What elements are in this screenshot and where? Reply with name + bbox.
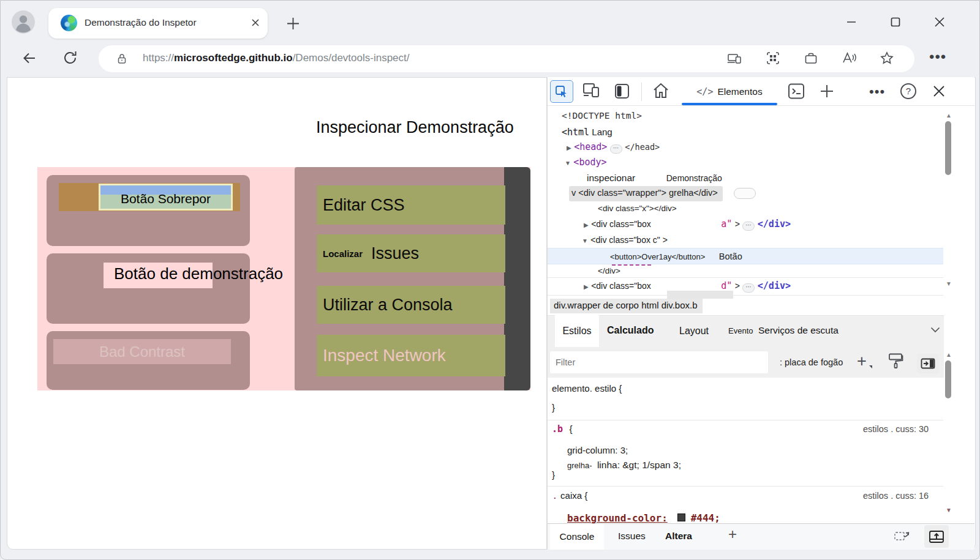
drawer-add-tab-icon[interactable]: + — [728, 526, 737, 543]
rule-divider — [548, 420, 943, 420]
caixa-selector: caixa { — [560, 490, 587, 501]
chevron-down-icon[interactable] — [930, 327, 940, 333]
tab-event-listeners[interactable]: Evento Serviços de escuta — [728, 325, 839, 336]
restart-icon[interactable] — [894, 527, 912, 543]
more-tools-icon[interactable]: ••• — [869, 84, 885, 100]
tab-close-icon[interactable] — [251, 18, 260, 28]
device-emulation-icon[interactable] — [582, 82, 601, 100]
head-close: </head> — [625, 142, 660, 152]
use-console-button[interactable]: Utilizar a Consola — [317, 286, 505, 324]
drawer-tab-changes[interactable]: Altera — [665, 531, 692, 542]
tab-layout[interactable]: Layout — [679, 326, 709, 337]
lock-icon — [117, 53, 127, 64]
edge-logo-icon — [61, 15, 77, 31]
dom-head[interactable]: ▶ <head> ⋯ </head> — [567, 141, 660, 154]
expand-icon[interactable]: ▶ — [584, 283, 589, 290]
new-tab-icon[interactable] — [286, 17, 300, 31]
box-d-attr: d" — [721, 280, 732, 291]
dom-close-div[interactable]: </div> — [598, 266, 620, 275]
tab-title: Demonstração do Inspetor — [85, 17, 197, 28]
sources-console-icon[interactable] — [787, 83, 805, 100]
dom-box-c[interactable]: ▼ <div class="box c" > — [582, 234, 668, 245]
prop-grid-column[interactable]: grid-column: 3; — [567, 445, 628, 455]
b-stylesheet-link[interactable]: estilos . cuss: 30 — [863, 424, 929, 434]
scroll-up-icon[interactable]: ▲ — [946, 113, 952, 119]
dom-button-node[interactable]: <button>Over1ay</button> Botão — [610, 251, 742, 262]
caixa-stylesheet-link[interactable]: estilos . cuss: 16 — [863, 491, 929, 501]
grid-badge[interactable] — [734, 188, 756, 199]
dom-x-div[interactable]: <div class="x"></div> — [598, 204, 677, 213]
dom-html[interactable]: <html Lang — [562, 127, 612, 138]
expand-icon[interactable]: ▶ — [567, 144, 571, 151]
edit-css-button[interactable]: Editar CSS — [317, 185, 505, 225]
expand-drawer-icon[interactable] — [924, 525, 949, 548]
close-icon[interactable] — [933, 15, 946, 29]
dom-selected-row[interactable] — [548, 248, 943, 264]
rule-caixa[interactable]: . caixa { — [554, 490, 587, 501]
b-selector: .b — [552, 424, 563, 435]
browser-tab[interactable]: Demonstração do Inspetor — [48, 8, 268, 39]
tab-elements[interactable]: </> Elementos — [682, 78, 777, 105]
wrapper-line: v <div class="wrapper"> grelha</div> — [571, 188, 718, 198]
avatar[interactable] — [12, 10, 35, 34]
url-bar[interactable]: https://microsoftedge.github.io/Demos/de… — [99, 45, 914, 72]
dom-box-a[interactable]: ▶ <div class="box a" > ⋯ </div> — [584, 218, 791, 231]
prop-grid-row-small: grelha- — [567, 461, 592, 470]
prop-grid-row[interactable]: grelha- linha: &gt; 1/span 3; — [567, 460, 681, 471]
filter-input[interactable] — [550, 351, 768, 373]
new-style-rule-icon[interactable]: + — [857, 352, 867, 371]
color-swatch[interactable] — [677, 513, 685, 521]
computed-panel-icon[interactable] — [917, 354, 939, 373]
inline-expand-icon[interactable]: ⋯ — [742, 283, 755, 293]
devtools-close-icon[interactable] — [932, 84, 946, 99]
settings-menu-icon[interactable]: ••• — [929, 48, 946, 65]
dom-scrollbar-thumb[interactable] — [945, 121, 951, 175]
devtools-divider[interactable] — [546, 77, 548, 550]
inspect-network-button[interactable]: Inspect Network — [317, 335, 505, 376]
gt: > — [735, 219, 740, 229]
split-screen-icon[interactable] — [766, 51, 780, 65]
inline-expand-icon[interactable]: ⋯ — [742, 222, 755, 231]
styles-scrollbar-thumb[interactable] — [945, 360, 951, 398]
bad-contrast-button[interactable]: Bad Contrast — [53, 339, 231, 364]
inspect-icon[interactable] — [550, 80, 573, 103]
workspaces-icon[interactable] — [804, 51, 818, 65]
tab-styles-label: Estilos — [562, 326, 591, 337]
bg-color-prop[interactable]: background-color: — [567, 512, 668, 523]
home-icon[interactable] — [651, 81, 671, 101]
dom-doctype[interactable]: <!DOCTYPE html> — [562, 111, 642, 121]
maximize-icon[interactable] — [889, 15, 902, 29]
back-icon[interactable] — [21, 50, 37, 66]
favorite-star-icon[interactable] — [880, 51, 894, 65]
dom-wrapper-row[interactable]: v <div class="wrapper"> grelha</div> — [569, 186, 723, 201]
drawer-tab-console[interactable]: Console — [550, 524, 604, 550]
box-c-line: <div class="box c" > — [590, 235, 668, 245]
tab-computed[interactable]: Calculado — [607, 325, 654, 336]
find-issues-button[interactable]: Localizar Issues — [317, 234, 505, 272]
overlay-button[interactable]: Botão Sobrepor — [99, 184, 233, 211]
hov-toggle[interactable]: : placa de fogão — [780, 357, 843, 367]
scroll-up-icon[interactable]: ▲ — [946, 352, 952, 358]
brush-icon[interactable] — [888, 353, 903, 370]
help-icon[interactable]: ? — [899, 82, 918, 100]
rule-element-style[interactable]: elemento. estilo { — [552, 383, 622, 394]
scroll-down-icon[interactable]: ▼ — [946, 281, 952, 287]
dom-text-node[interactable]: inspecionar Demonstração — [587, 173, 722, 184]
drawer-tab-issues[interactable]: Issues — [618, 531, 646, 542]
send-to-devices-icon[interactable] — [727, 53, 742, 65]
prop-grid-row-rest: linha: &gt; 1/span 3; — [597, 460, 681, 470]
collapse-icon[interactable]: ▼ — [582, 237, 588, 244]
scroll-down-icon[interactable]: ▼ — [946, 507, 952, 513]
minimize-icon[interactable] — [845, 15, 858, 29]
collapse-icon[interactable]: ▼ — [565, 160, 571, 166]
refresh-icon[interactable] — [62, 50, 78, 66]
dock-side-icon[interactable] — [613, 82, 631, 100]
expand-icon[interactable]: ▶ — [584, 222, 589, 228]
rule-b[interactable]: .b { — [552, 424, 573, 435]
breadcrumb[interactable]: div.wrapper de corpo html div.box.b — [550, 299, 703, 313]
read-aloud-icon[interactable] — [842, 51, 857, 65]
add-panel-icon[interactable] — [819, 83, 835, 99]
tab-styles[interactable]: Estilos — [555, 315, 599, 347]
dom-body[interactable]: ▼ <body> — [565, 157, 607, 168]
inline-expand-icon[interactable]: ⋯ — [610, 144, 622, 154]
